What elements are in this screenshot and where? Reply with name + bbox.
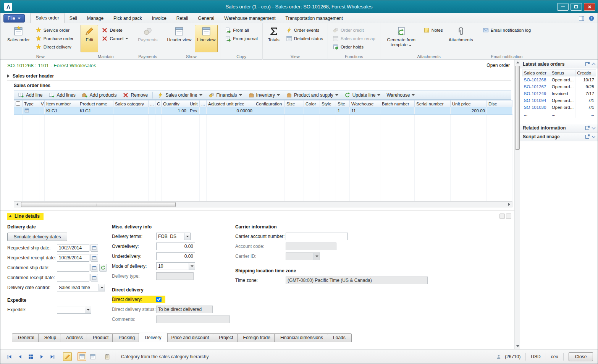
requested-receipt-date-field[interactable] — [57, 254, 89, 262]
tab-pick-and-pack[interactable]: Pick and pack — [108, 14, 147, 23]
scroll-up-button[interactable] — [515, 60, 520, 65]
tab-manage[interactable]: Manage — [82, 14, 108, 23]
popout-icon[interactable] — [585, 135, 589, 139]
column-header-color[interactable]: Color — [304, 100, 320, 107]
list-view-toggle[interactable] — [88, 352, 97, 361]
tab-loads[interactable]: Loads — [327, 333, 352, 342]
requested-ship-date-field[interactable] — [57, 244, 89, 252]
new-sales-order-button[interactable]: Sales order — [5, 25, 32, 52]
cell-item-number[interactable]: KLG1 — [45, 107, 78, 115]
tab-warehouse-management[interactable]: Warehouse management — [219, 14, 280, 23]
column-header-quantity[interactable]: Quantity — [162, 100, 188, 107]
from-all-button[interactable]: From all — [223, 26, 260, 34]
column-header-v[interactable]: V — [39, 100, 45, 107]
update-line-menu[interactable]: Update line — [342, 91, 383, 99]
edit-button[interactable]: Edit — [81, 25, 98, 52]
scroll-left-button[interactable] — [14, 202, 20, 207]
script-and-image-panel-header[interactable]: Script and image — [520, 133, 598, 141]
cell-unit-price[interactable]: 200.00 — [451, 107, 487, 115]
scroll-down-button[interactable] — [515, 343, 520, 349]
cell-batch-number[interactable] — [380, 107, 415, 115]
tab-general[interactable]: General — [193, 14, 220, 23]
tab-transportation-management[interactable]: Transportation management — [281, 14, 348, 23]
scrollbar-thumb[interactable] — [21, 202, 176, 207]
lso-column-created[interactable]: Creatio — [575, 70, 596, 76]
service-order-button[interactable]: Service order — [33, 26, 76, 34]
chevron-down-icon[interactable] — [592, 134, 596, 138]
line-details-header[interactable]: Line details — [7, 213, 44, 220]
chevron-up-icon[interactable] — [592, 63, 596, 66]
grid-row-selected[interactable]: KLG1 KLG1 1.00 Pcs 0.00000 1 — [14, 107, 512, 115]
first-record-button[interactable] — [5, 352, 14, 361]
grid-view-button[interactable] — [26, 352, 35, 361]
vertical-scrollbar-thumb[interactable] — [515, 66, 520, 150]
sales-order-link[interactable]: SO-101267 — [522, 83, 550, 90]
cell-sales-category[interactable] — [113, 107, 149, 115]
column-header-sales-category[interactable]: Sales category — [113, 100, 149, 107]
calendar-icon[interactable] — [91, 244, 98, 252]
notes-button[interactable]: Notes — [421, 26, 445, 34]
tab-delivery[interactable]: Delivery — [139, 333, 167, 342]
cell-dots1[interactable] — [149, 107, 155, 115]
column-header-type[interactable]: Type — [23, 100, 39, 107]
add-products-button[interactable]: Add products — [79, 91, 120, 99]
column-header-unit[interactable]: Unit — [188, 100, 200, 107]
edit-mode-button[interactable] — [63, 352, 72, 361]
order-events-button[interactable]: Order events — [284, 26, 325, 34]
lso-column-status[interactable]: Status — [550, 70, 575, 76]
column-header-product-name[interactable]: Product name — [78, 100, 113, 107]
add-line-button[interactable]: Add line — [15, 91, 45, 99]
generate-from-template-button[interactable]: Generate from template — [383, 25, 420, 52]
previous-record-button[interactable] — [16, 352, 24, 361]
select-all-checkbox[interactable] — [16, 101, 20, 106]
cell-site[interactable]: 1 — [336, 107, 350, 115]
vertical-scrollbar[interactable] — [514, 60, 520, 349]
tab-financial-dimensions[interactable]: Financial dimensions — [274, 333, 329, 342]
cell-adjusted-unit-price[interactable]: 0.00000 — [207, 107, 254, 115]
column-header-unit-price[interactable]: Unit price — [451, 100, 487, 107]
column-header-size[interactable]: Size — [285, 100, 304, 107]
tab-invoice[interactable]: Invoice — [147, 14, 171, 23]
product-and-supply-menu[interactable]: Product and supply — [283, 91, 341, 99]
column-header-item-number[interactable]: Item number — [45, 100, 78, 107]
column-header-dots2[interactable]: ... — [200, 100, 207, 107]
cell-unit[interactable]: Pcs — [188, 107, 200, 115]
tab-retail[interactable]: Retail — [171, 14, 193, 23]
tab-address[interactable]: Address — [60, 333, 89, 342]
latest-sales-orders-panel-header[interactable]: Latest sales orders — [520, 60, 598, 68]
warehouse-menu[interactable]: Warehouse — [384, 91, 417, 99]
line-details-tool-icon[interactable] — [499, 214, 505, 219]
totals-button[interactable]: Totals — [265, 25, 283, 52]
cell-color[interactable] — [304, 107, 320, 115]
attachments-button[interactable]: Attachments — [446, 25, 475, 52]
calendar-icon[interactable] — [91, 254, 98, 262]
cell-c[interactable] — [155, 107, 162, 115]
mode-of-delivery-select[interactable]: 10 — [156, 262, 195, 270]
column-header-serial-number[interactable]: Serial number — [415, 100, 451, 107]
tab-product[interactable]: Product — [87, 333, 115, 342]
delivery-terms-select[interactable]: FOB_DS — [156, 233, 191, 240]
tab-project[interactable]: Project — [213, 333, 239, 342]
sales-order-link[interactable]: SO-101094 — [522, 97, 550, 104]
tab-setup[interactable]: Setup — [38, 333, 62, 342]
tab-foreign-trade[interactable]: Foreign trade — [237, 333, 276, 342]
cell-serial-number[interactable] — [415, 107, 451, 115]
close-window-button[interactable] — [584, 3, 595, 11]
delivery-date-control-select[interactable]: Sales lead time — [57, 284, 105, 291]
cell-v[interactable] — [39, 107, 45, 115]
scroll-right-button[interactable] — [506, 202, 512, 207]
column-header-configuration[interactable]: Configuration — [254, 100, 285, 107]
update-dates-icon[interactable] — [99, 264, 107, 272]
email-notification-log-button[interactable]: Email notification log — [480, 26, 533, 34]
lso-row[interactable]: SO-101249 Invoiced 7/17 — [522, 90, 596, 97]
column-header-site[interactable]: Site — [336, 100, 350, 107]
sales-order-link[interactable]: SO-101030 — [522, 104, 550, 111]
cell-quantity[interactable]: 1.00 — [162, 107, 188, 115]
maximize-button[interactable] — [571, 3, 582, 11]
calendar-icon[interactable] — [91, 264, 98, 272]
financials-menu[interactable]: Financials — [206, 91, 245, 99]
help-icon[interactable] — [588, 15, 595, 21]
overdelivery-field[interactable] — [156, 243, 195, 250]
cell-dots2[interactable] — [200, 107, 207, 115]
lso-column-sales-order[interactable]: Sales order — [522, 70, 550, 76]
